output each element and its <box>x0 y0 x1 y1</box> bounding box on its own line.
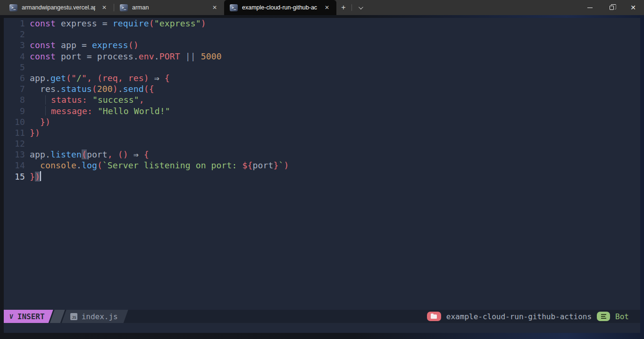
line-number: 6 <box>4 73 25 83</box>
new-tab-button[interactable]: + <box>336 0 351 15</box>
minimize-icon <box>587 8 593 8</box>
tab-bar: >_ armandwipangestu.vercel.app ✕ >_ arma… <box>0 0 367 15</box>
scroll-position-label: Bot <box>615 312 629 321</box>
code-line-content: const port = process.env.PORT || 5000 <box>30 51 222 62</box>
code-line: 10 }) <box>4 116 640 127</box>
repo-name-label: example-cloud-run-github-actions <box>446 312 592 321</box>
line-number: 3 <box>4 40 25 50</box>
vim-icon: V <box>9 313 13 320</box>
code-line: 1const express = require("express") <box>4 18 640 29</box>
line-number: 4 <box>4 51 25 62</box>
chevron-down-icon <box>358 5 363 9</box>
code-line-content: message: "Hello World!" <box>30 106 170 116</box>
tab-arman[interactable]: >_ arman ✕ <box>114 0 224 15</box>
tab-close-icon[interactable]: ✕ <box>100 3 109 12</box>
code-line: 2 <box>4 29 640 40</box>
vim-statusline: V INSERT JS index.js example-cloud-run-g… <box>4 310 640 323</box>
code-line: 14 console.log(`Server listening on port… <box>4 160 640 171</box>
code-line: 7 res.status(200).send({ <box>4 83 640 94</box>
mode-indicator: V INSERT <box>4 310 53 323</box>
tab-armandwipangestu[interactable]: >_ armandwipangestu.vercel.app ✕ <box>4 0 114 15</box>
line-number: 1 <box>4 18 25 29</box>
terminal-icon: >_ <box>230 4 238 11</box>
minimize-button[interactable] <box>579 0 601 15</box>
code-line-content: const express = require("express") <box>30 18 206 29</box>
title-bar: >_ armandwipangestu.vercel.app ✕ >_ arma… <box>0 0 644 15</box>
code-line-content: app.listen(port, () ⇒ { <box>30 149 149 160</box>
code-line: 8 status: "success", <box>4 94 640 105</box>
code-line-content: console.log(`Server listening on port: $… <box>30 160 289 171</box>
line-number: 13 <box>4 149 25 160</box>
code-line: 6app.get("/", (req, res) ⇒ { <box>4 73 640 83</box>
code-line: 12 <box>4 138 640 149</box>
code-line-content: res.status(200).send({ <box>30 83 154 94</box>
filename-segment: JS index.js <box>62 310 128 323</box>
code-line: 4const port = process.env.PORT || 5000 <box>4 51 640 62</box>
tab-bar-lead-space <box>0 0 4 15</box>
line-number: 15 <box>4 171 25 182</box>
terminal-icon: >_ <box>120 4 128 11</box>
terminal-icon: >_ <box>9 4 17 11</box>
restore-button[interactable] <box>601 0 622 15</box>
code-line-content: app.get("/", (req, res) ⇒ { <box>30 73 170 83</box>
button-divider <box>351 4 352 11</box>
code-line: 15}) <box>4 171 640 182</box>
scroll-badge <box>597 312 610 321</box>
restore-icon <box>610 6 614 10</box>
line-number: 14 <box>4 160 25 171</box>
tab-title: armandwipangestu.vercel.app <box>22 4 95 11</box>
code-line-content: status: "success", <box>30 94 144 105</box>
lines-icon <box>601 314 606 319</box>
line-number: 10 <box>4 116 25 127</box>
code-line-content: const app = express() <box>30 40 139 50</box>
statusline-right: example-cloud-run-github-actions Bot <box>427 310 640 323</box>
filename-label: index.js <box>82 312 118 321</box>
line-number: 5 <box>4 62 25 73</box>
code-line: 9 message: "Hello World!" <box>4 106 640 116</box>
code-line: 5 <box>4 62 640 73</box>
mode-label: INSERT <box>17 312 45 321</box>
tab-title: arman <box>132 4 206 11</box>
line-number: 12 <box>4 138 25 149</box>
line-number: 8 <box>4 94 25 105</box>
code-line: 11}) <box>4 127 640 138</box>
vim-editor: 1const express = require("express")23con… <box>4 18 640 333</box>
statusline-left: V INSERT JS index.js <box>4 310 128 323</box>
tab-close-icon[interactable]: ✕ <box>210 3 219 12</box>
code-line-content: }) <box>30 127 40 138</box>
terminal-backdrop: 1const express = require("express")23con… <box>0 15 644 339</box>
folder-icon <box>431 314 437 319</box>
vim-command-line <box>4 323 640 333</box>
repo-badge <box>427 312 441 321</box>
code-line: 13app.listen(port, () ⇒ { <box>4 149 640 160</box>
code-line: 3const app = express() <box>4 40 640 50</box>
line-number: 9 <box>4 106 25 116</box>
line-number: 7 <box>4 83 25 94</box>
line-number: 11 <box>4 127 25 138</box>
close-window-button[interactable]: ✕ <box>622 0 644 15</box>
code-area[interactable]: 1const express = require("express")23con… <box>4 18 640 310</box>
tab-example-cloud-run-active[interactable]: >_ example-cloud-run-github-ac ✕ <box>224 0 336 15</box>
javascript-file-icon: JS <box>70 313 77 320</box>
code-line-content: }) <box>30 171 41 182</box>
line-number: 2 <box>4 29 25 40</box>
window-controls: ✕ <box>579 0 644 15</box>
close-icon: ✕ <box>630 4 636 11</box>
tab-title: example-cloud-run-github-ac <box>242 4 318 11</box>
code-line-content: }) <box>30 116 50 127</box>
tab-dropdown-button[interactable] <box>353 0 367 15</box>
tab-close-icon[interactable]: ✕ <box>322 3 332 12</box>
